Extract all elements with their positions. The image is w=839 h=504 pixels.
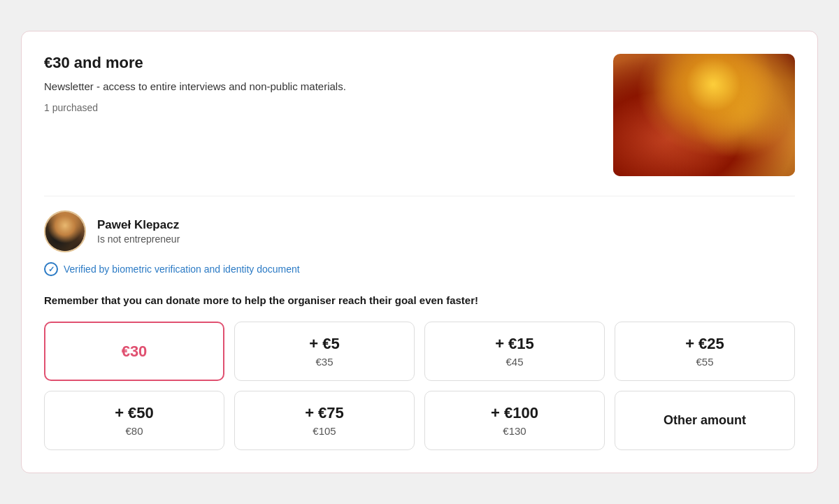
amount-button-plus25[interactable]: + €25€55 bbox=[615, 322, 795, 381]
product-description: Newsletter - access to entire interviews… bbox=[44, 79, 591, 95]
avatar bbox=[44, 210, 86, 252]
donate-label: Remember that you can donate more to hel… bbox=[44, 293, 795, 308]
top-section: €30 and more Newsletter - access to enti… bbox=[44, 54, 795, 176]
product-thumbnail bbox=[613, 54, 795, 176]
amount-button-plus100[interactable]: + €100€130 bbox=[424, 391, 605, 450]
amount-main-plus25: + €25 bbox=[685, 335, 724, 353]
amount-sub-plus50: €80 bbox=[125, 425, 143, 437]
amount-sub-plus25: €55 bbox=[696, 356, 713, 368]
divider bbox=[44, 196, 795, 196]
author-section: Paweł Klepacz Is not entrepreneur bbox=[44, 210, 795, 252]
amount-main-plus5: + €5 bbox=[309, 335, 339, 353]
amount-sub-plus100: €130 bbox=[503, 425, 526, 437]
amount-button-base[interactable]: €30 bbox=[44, 322, 224, 381]
amount-button-plus5[interactable]: + €5€35 bbox=[234, 322, 415, 381]
amount-button-other[interactable]: Other amount bbox=[615, 391, 795, 450]
amount-main-plus15: + €15 bbox=[495, 335, 534, 353]
thumbnail-image bbox=[613, 54, 795, 176]
verified-text: Verified by biometric verification and i… bbox=[64, 264, 300, 275]
amount-main-plus50: + €50 bbox=[115, 404, 154, 422]
amount-main-plus75: + €75 bbox=[305, 404, 344, 422]
author-name: Paweł Klepacz bbox=[97, 218, 180, 232]
author-info: Paweł Klepacz Is not entrepreneur bbox=[97, 218, 180, 245]
amount-sub-plus75: €105 bbox=[313, 425, 336, 437]
amount-main-base: €30 bbox=[122, 343, 148, 361]
amount-button-plus50[interactable]: + €50€80 bbox=[44, 391, 224, 450]
purchased-count: 1 purchased bbox=[44, 102, 591, 113]
amount-sub-plus15: €45 bbox=[505, 356, 523, 368]
amount-button-plus75[interactable]: + €75€105 bbox=[234, 391, 415, 450]
amount-grid: €30+ €5€35+ €15€45+ €25€55+ €50€80+ €75€… bbox=[44, 322, 795, 450]
product-card: €30 and more Newsletter - access to enti… bbox=[21, 31, 818, 473]
amount-main-plus100: + €100 bbox=[491, 404, 538, 422]
author-role: Is not entrepreneur bbox=[97, 233, 180, 245]
top-text: €30 and more Newsletter - access to enti… bbox=[44, 54, 613, 113]
verified-badge: Verified by biometric verification and i… bbox=[44, 262, 795, 276]
amount-main-other: Other amount bbox=[664, 413, 746, 428]
amount-sub-plus5: €35 bbox=[315, 356, 333, 368]
verified-icon bbox=[44, 262, 58, 276]
amount-button-plus15[interactable]: + €15€45 bbox=[424, 322, 605, 381]
avatar-image bbox=[45, 212, 85, 251]
product-title: €30 and more bbox=[44, 54, 591, 72]
